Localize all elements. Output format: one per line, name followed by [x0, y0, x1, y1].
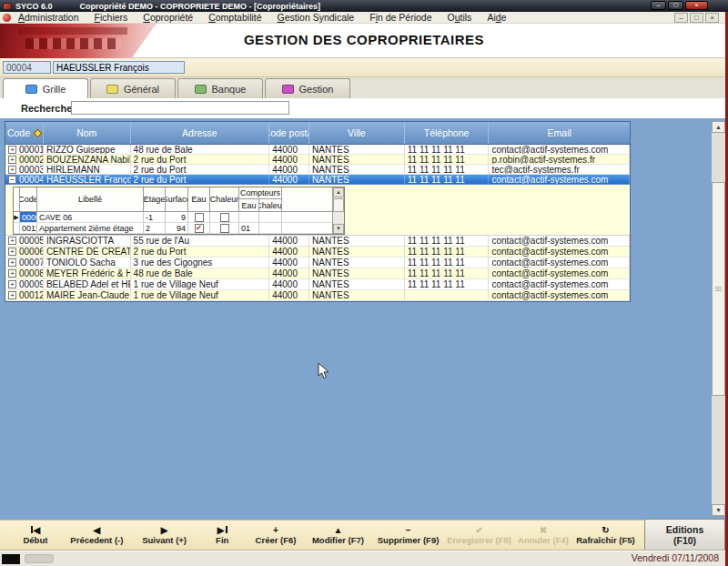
refresh-button[interactable]: ↻Rafraîchir (F5)	[572, 525, 639, 545]
compteurs-subheaders: EauChaleur	[239, 199, 282, 212]
modify-button[interactable]: ▲Modifier (F7)	[304, 525, 372, 545]
cell-email: contact@actif-systemes.com	[489, 247, 630, 258]
tab-gestion[interactable]: Gestion	[265, 78, 350, 98]
cell-adresse: 2 rue du Port	[131, 155, 270, 165]
subgrid-row-0006[interactable]: ▶0006CAVE 06-19	[14, 212, 344, 223]
checkbox-checked-icon[interactable]: ✔	[195, 224, 204, 233]
mdi-restore-icon[interactable]: □	[690, 13, 703, 23]
previous-button[interactable]: ◀Précedent (-)	[62, 525, 132, 545]
column-header-tel[interactable]: Téléphone	[405, 122, 490, 144]
subgrid-column-surface[interactable]: Surface	[166, 187, 188, 212]
menu-item-administration[interactable]: Administration	[18, 12, 79, 23]
column-header-adr[interactable]: Adresse	[131, 122, 270, 144]
grid-row-00006[interactable]: +00006CENTRE DE CREATION AUDIOVI2 rue du…	[5, 247, 630, 258]
grid-row-00004[interactable]: −00004HAEUSSLER François2 rue du Port440…	[5, 175, 630, 185]
subgrid-column-libelle[interactable]: Libellé	[37, 187, 144, 212]
scroll-up-icon[interactable]: ▲	[712, 121, 725, 133]
expand-icon[interactable]: +	[8, 258, 16, 267]
cell-tel: 11 11 11 11 11	[405, 145, 490, 155]
column-header-ville[interactable]: Ville	[309, 122, 405, 144]
cell-code: +00012	[5, 290, 44, 301]
subgrid-scroll-up-icon[interactable]: ▲	[333, 187, 344, 197]
record-code-field[interactable]	[3, 61, 51, 74]
menu-item-fin-de-periode[interactable]: Fin de Période	[369, 12, 431, 23]
menu-item-gestion-syndicale[interactable]: Gestion Syndicale	[278, 12, 355, 23]
subgrid-column-compteur-eau[interactable]: Eau	[239, 199, 259, 212]
app-title: SYCO 6.0	[15, 2, 53, 11]
code-text: 00006	[19, 247, 44, 257]
grid-row-00005[interactable]: +00005INGRASCIOTTA55 rue de l'Au44000NAN…	[5, 236, 630, 247]
expand-icon[interactable]: +	[8, 248, 16, 256]
column-header-code[interactable]: Code	[5, 122, 44, 144]
menu-item-comptabilite[interactable]: Comptabilité	[208, 12, 261, 23]
menu-item-aide[interactable]: Aide	[487, 12, 506, 23]
menu-items: AdministrationFichiersCopropriétéComptab…	[18, 12, 506, 23]
tab-grille[interactable]: Grille	[3, 78, 88, 99]
minimize-icon[interactable]: –	[651, 1, 666, 10]
create-icon: +	[273, 525, 278, 535]
header-label: Code	[7, 127, 30, 138]
expand-icon[interactable]: +	[8, 237, 16, 245]
cell-adresse: 48 rue de Bale	[131, 268, 270, 279]
delete-button[interactable]: −Supprimer (F9)	[372, 525, 444, 545]
checkbox-unchecked-icon[interactable]	[220, 224, 229, 233]
vertical-scrollbar[interactable]: ▲ ▼	[712, 121, 725, 516]
column-header-email[interactable]: Email	[489, 122, 630, 144]
cell-adresse: 55 rue de l'Au	[131, 236, 270, 247]
subgrid-column-compteur-chaleur[interactable]: Chaleur	[259, 199, 282, 212]
search-input[interactable]	[71, 101, 289, 115]
subcell-etage: -1	[144, 212, 166, 223]
expand-icon[interactable]: +	[8, 280, 16, 288]
subgrid-row-0011[interactable]: 0011Appartement 2ième étage294✔01	[14, 223, 344, 234]
mdi-minimize-icon[interactable]: –	[674, 13, 688, 23]
menu-item-copropriete[interactable]: Copropriété	[143, 12, 193, 23]
grid-row-00009[interactable]: +00009BELABED Adel et HERBERT Graz1 rue …	[5, 279, 630, 290]
tab-general[interactable]: Général	[90, 78, 176, 98]
subgrid-scroll-down-icon[interactable]: ▼	[333, 224, 344, 234]
menu-item-outils[interactable]: Outils	[448, 12, 472, 23]
create-button[interactable]: +Créer (F6)	[248, 525, 304, 545]
checkbox-unchecked-icon[interactable]	[220, 213, 229, 222]
subgrid-column-eau[interactable]: Eau	[188, 187, 210, 212]
grid-header: CodeNomAdresseCode postalVilleTéléphoneE…	[5, 122, 630, 145]
maximize-icon[interactable]: □	[668, 1, 683, 10]
column-header-nom[interactable]: Nom	[44, 122, 131, 144]
close-icon[interactable]: ×	[685, 1, 708, 10]
subcell-eau: ✔	[188, 223, 210, 234]
cell-tel: 11 11 11 11 11	[405, 268, 490, 279]
expand-icon[interactable]: +	[8, 156, 16, 164]
subgrid-column-code[interactable]: Code	[20, 187, 37, 212]
first-button[interactable]: ◀Début	[9, 525, 62, 545]
menu-item-fichiers[interactable]: Fichiers	[95, 12, 128, 23]
subgrid-column-etage[interactable]: Etage	[144, 187, 166, 212]
last-button[interactable]: ▶Fin	[197, 525, 248, 545]
column-header-cp[interactable]: Code postal	[269, 122, 309, 144]
grid-row-00012[interactable]: +00012MAIRE Jean-Claude1 rue de Village …	[5, 290, 630, 301]
scroll-thumb[interactable]	[712, 182, 725, 396]
tab-banque[interactable]: Banque	[177, 78, 263, 98]
scroll-down-icon[interactable]: ▼	[712, 504, 725, 516]
collapse-icon[interactable]: −	[8, 176, 16, 184]
toolbar-label: Précedent (-)	[70, 535, 123, 545]
expand-icon[interactable]: +	[8, 291, 16, 299]
grid-row-00008[interactable]: +00008MEYER Frédéric & HUOT Fanny48 rue …	[5, 268, 630, 279]
subgrid-scroll-thumb[interactable]	[333, 198, 344, 212]
subgrid-column-chaleur[interactable]: Chaleur	[210, 187, 239, 212]
record-name-field[interactable]	[53, 61, 185, 74]
expand-icon[interactable]: +	[8, 269, 16, 278]
grid-row-00007[interactable]: +00007TONIOLO Sacha3 rue des Cigognes440…	[5, 258, 630, 268]
next-button[interactable]: ▶Suivant (+)	[132, 525, 197, 545]
grid-row-00002[interactable]: +00002BOUZENZANA Nabil2 rue du Port44000…	[5, 155, 630, 165]
expand-icon[interactable]: +	[8, 146, 16, 154]
subcell-chaleur	[210, 212, 239, 223]
grid-body: +00001RIZZO Guiseppe48 rue de Bale44000N…	[5, 145, 630, 301]
grid-row-00001[interactable]: +00001RIZZO Guiseppe48 rue de Bale44000N…	[5, 145, 630, 155]
checkbox-unchecked-icon[interactable]	[195, 213, 204, 222]
cell-ville: NANTES	[309, 279, 405, 290]
header-label: Nom	[76, 127, 96, 138]
mdi-close-icon[interactable]: ×	[705, 13, 719, 23]
expand-icon[interactable]: +	[8, 166, 16, 174]
grid-row-00003[interactable]: +00003HIRLEMANN2 rue du Port44000NANTES1…	[5, 165, 630, 175]
editions-button[interactable]: Editions (F10)	[644, 519, 725, 551]
subgrid-scrollbar[interactable]: ▲▼	[332, 187, 344, 234]
